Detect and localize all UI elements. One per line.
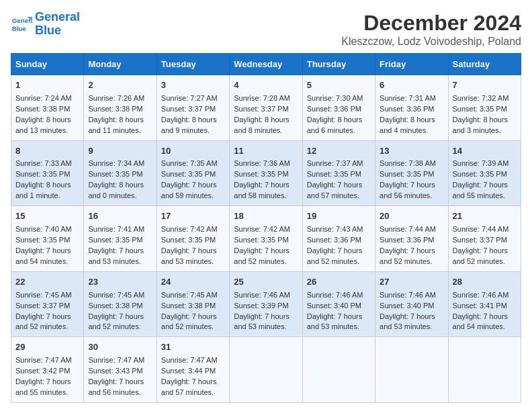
cell-line: Sunset: 3:35 PM	[15, 235, 79, 246]
header-friday: Friday	[375, 54, 448, 75]
cell-line: Daylight: 7 hours	[88, 246, 152, 257]
calendar-cell: 14Sunrise: 7:39 AMSunset: 3:35 PMDayligh…	[448, 140, 521, 206]
day-number: 11	[234, 145, 298, 158]
cell-line: Sunset: 3:36 PM	[307, 104, 371, 115]
calendar-cell: 28Sunrise: 7:46 AMSunset: 3:41 PMDayligh…	[448, 271, 521, 337]
svg-text:Blue: Blue	[12, 25, 27, 32]
cell-line: Daylight: 8 hours	[88, 180, 152, 191]
cell-line: and 56 minutes.	[88, 387, 152, 398]
cell-line: Sunrise: 7:46 AM	[453, 290, 517, 301]
cell-line: Daylight: 7 hours	[307, 180, 371, 191]
day-number: 9	[88, 145, 152, 158]
calendar-week-2: 8Sunrise: 7:33 AMSunset: 3:35 PMDaylight…	[11, 140, 521, 206]
calendar-cell: 10Sunrise: 7:35 AMSunset: 3:35 PMDayligh…	[157, 140, 229, 206]
cell-line: and 53 minutes.	[380, 322, 443, 332]
cell-line: Sunrise: 7:39 AM	[453, 158, 517, 169]
cell-line: Sunset: 3:36 PM	[380, 235, 443, 246]
header-sunday: Sunday	[11, 54, 84, 75]
header-wednesday: Wednesday	[230, 54, 302, 75]
calendar-cell: 20Sunrise: 7:44 AMSunset: 3:36 PMDayligh…	[375, 206, 448, 272]
cell-line: Daylight: 7 hours	[307, 246, 371, 257]
day-number: 19	[307, 210, 371, 223]
calendar-cell: 17Sunrise: 7:42 AMSunset: 3:35 PMDayligh…	[157, 206, 229, 272]
cell-line: and 8 minutes.	[234, 126, 298, 136]
cell-line: Sunrise: 7:47 AM	[15, 355, 79, 366]
day-number: 1	[15, 79, 79, 92]
day-number: 16	[88, 210, 152, 223]
calendar-week-1: 1Sunrise: 7:24 AMSunset: 3:38 PMDaylight…	[11, 75, 521, 141]
cell-line: Sunrise: 7:45 AM	[161, 290, 225, 301]
cell-line: Sunset: 3:38 PM	[88, 301, 152, 312]
cell-line: and 52 minutes.	[15, 322, 79, 332]
cell-line: Sunset: 3:42 PM	[15, 366, 79, 377]
cell-line: and 57 minutes.	[307, 191, 371, 201]
cell-line: Sunset: 3:35 PM	[234, 169, 298, 180]
calendar-cell: 7Sunrise: 7:32 AMSunset: 3:35 PMDaylight…	[448, 75, 521, 141]
cell-line: Sunset: 3:40 PM	[307, 301, 371, 312]
day-number: 17	[161, 210, 225, 223]
calendar-table: SundayMondayTuesdayWednesdayThursdayFrid…	[11, 53, 521, 403]
day-number: 24	[161, 276, 225, 289]
cell-line: and 58 minutes.	[234, 191, 298, 201]
cell-line: and 54 minutes.	[453, 322, 517, 332]
calendar-cell: 23Sunrise: 7:45 AMSunset: 3:38 PMDayligh…	[84, 271, 157, 337]
day-number: 31	[161, 341, 225, 354]
cell-line: Sunrise: 7:30 AM	[307, 93, 371, 104]
cell-line: and 55 minutes.	[453, 191, 517, 201]
cell-line: Sunrise: 7:45 AM	[88, 290, 152, 301]
calendar-cell: 8Sunrise: 7:33 AMSunset: 3:35 PMDaylight…	[11, 140, 84, 206]
cell-line: and 3 minutes.	[453, 126, 517, 136]
cell-line: and 13 minutes.	[15, 126, 79, 136]
cell-line: and 59 minutes.	[161, 191, 225, 201]
cell-line: and 52 minutes.	[453, 257, 517, 267]
cell-line: Daylight: 8 hours	[380, 115, 443, 126]
logo: General Blue General Blue	[11, 11, 80, 38]
day-number: 12	[307, 145, 371, 158]
cell-line: Sunset: 3:35 PM	[453, 169, 517, 180]
cell-line: and 52 minutes.	[161, 322, 225, 332]
cell-line: Sunset: 3:36 PM	[380, 104, 443, 115]
cell-line: Sunrise: 7:38 AM	[380, 158, 443, 169]
cell-line: Sunrise: 7:34 AM	[88, 158, 152, 169]
title-area: December 2024 Kleszczow, Lodz Voivodeshi…	[341, 11, 521, 48]
calendar-cell: 31Sunrise: 7:47 AMSunset: 3:44 PMDayligh…	[157, 337, 229, 403]
cell-line: and 53 minutes.	[307, 322, 371, 332]
cell-line: and 56 minutes.	[380, 191, 443, 201]
cell-line: Daylight: 7 hours	[234, 180, 298, 191]
header-saturday: Saturday	[448, 54, 521, 75]
cell-line: Sunrise: 7:46 AM	[380, 290, 443, 301]
header: General Blue General Blue December 2024 …	[11, 11, 521, 48]
day-number: 4	[234, 79, 298, 92]
cell-line: and 57 minutes.	[161, 387, 225, 398]
cell-line: Sunrise: 7:46 AM	[307, 290, 371, 301]
cell-line: Sunrise: 7:32 AM	[453, 93, 517, 104]
cell-line: Daylight: 7 hours	[88, 312, 152, 322]
cell-line: Daylight: 8 hours	[15, 115, 79, 126]
cell-line: Sunset: 3:37 PM	[15, 301, 79, 312]
cell-line: Sunset: 3:41 PM	[453, 301, 517, 312]
day-number: 22	[15, 276, 79, 289]
cell-line: Sunset: 3:35 PM	[88, 235, 152, 246]
cell-line: Sunset: 3:35 PM	[234, 235, 298, 246]
cell-line: Daylight: 7 hours	[161, 246, 225, 257]
day-number: 5	[307, 79, 371, 92]
cell-line: Daylight: 7 hours	[88, 377, 152, 387]
calendar-cell: 11Sunrise: 7:36 AMSunset: 3:35 PMDayligh…	[230, 140, 302, 206]
cell-line: Sunrise: 7:24 AM	[15, 93, 79, 104]
main-title: December 2024	[341, 11, 521, 36]
cell-line: and 6 minutes.	[307, 126, 371, 136]
cell-line: Daylight: 7 hours	[380, 180, 443, 191]
cell-line: and 1 minute.	[15, 191, 79, 201]
cell-line: Daylight: 7 hours	[15, 312, 79, 322]
cell-line: Sunrise: 7:40 AM	[15, 224, 79, 235]
cell-line: Sunrise: 7:37 AM	[307, 158, 371, 169]
cell-line: Sunset: 3:35 PM	[307, 169, 371, 180]
cell-line: and 52 minutes.	[88, 322, 152, 332]
cell-line: and 54 minutes.	[15, 257, 79, 267]
cell-line: and 55 minutes.	[15, 387, 79, 398]
calendar-cell: 3Sunrise: 7:27 AMSunset: 3:37 PMDaylight…	[157, 75, 229, 141]
day-number: 21	[453, 210, 517, 223]
calendar-cell	[448, 337, 521, 403]
calendar-cell: 30Sunrise: 7:47 AMSunset: 3:43 PMDayligh…	[84, 337, 157, 403]
calendar-week-5: 29Sunrise: 7:47 AMSunset: 3:42 PMDayligh…	[11, 337, 521, 403]
